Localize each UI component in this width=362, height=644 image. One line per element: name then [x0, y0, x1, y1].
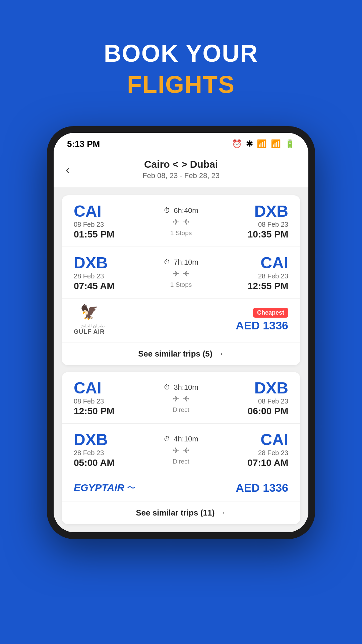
signal-icon: 📶 [271, 139, 281, 149]
see-similar-arrow-2: → [219, 508, 226, 517]
card-footer-2: EGYPTAIR 〜 AED 1336 [62, 475, 300, 501]
landing-icon-2: ✈ [182, 394, 190, 404]
origin-date-1: 08 Feb 23 [74, 221, 104, 228]
status-time: 5:13 PM [67, 139, 100, 149]
inbound-origin-date-2: 28 Feb 23 [74, 449, 104, 457]
inbound-duration-row-1: ⏱ 7h:10m [164, 258, 198, 267]
origin-code-2: CAI [74, 380, 102, 396]
price-1: AED 1336 [236, 319, 288, 332]
dest-info-2: DXB 08 Feb 23 06:00 PM [228, 380, 288, 417]
inbound-takeoff-icon-2: ✈ [172, 445, 180, 456]
bluetooth-icon: ✱ [246, 139, 253, 149]
inbound-dest-date-1: 28 Feb 23 [258, 272, 288, 280]
inbound-origin-code-1: DXB [74, 255, 108, 271]
dest-time-2: 06:00 PM [248, 406, 288, 417]
inbound-plane-icons-1: ✈ ✈ [172, 269, 190, 279]
inbound-landing-icon-1: ✈ [182, 269, 190, 279]
flight-middle-1: ⏱ 6h:40m ✈ ✈ 1 Stops [134, 206, 228, 237]
duration-2: 3h:10m [174, 383, 198, 392]
inbound-dest-time-1: 12:55 PM [248, 281, 288, 291]
inbound-origin-date-1: 28 Feb 23 [74, 272, 104, 280]
inbound-origin-time-2: 05:00 AM [74, 458, 115, 468]
inbound-dest-1: CAI 28 Feb 23 12:55 PM [228, 255, 288, 291]
alarm-icon: ⏰ [232, 139, 242, 149]
app-header: ‹ Cairo < > Dubai Feb 08, 23 - Feb 28, 2… [54, 153, 308, 187]
inbound-clock-icon-1: ⏱ [164, 258, 170, 266]
airline-name-1: GULF AIR [74, 328, 105, 335]
cheapest-badge: Cheapest [253, 308, 288, 318]
origin-time-1: 01:55 PM [74, 229, 114, 240]
status-icons: ⏰ ✱ 📶 📶 🔋 [232, 139, 295, 149]
airline-arabic: طيران الخليج [74, 323, 105, 328]
inbound-landing-icon-2: ✈ [182, 445, 190, 456]
takeoff-icon-2: ✈ [172, 394, 180, 404]
inbound-origin-1: DXB 28 Feb 23 07:45 AM [74, 255, 134, 291]
gulf-air-logo: 🦅 طيران الخليج GULF AIR [74, 305, 105, 335]
hero-title-line2: FLIGHTS [127, 70, 235, 99]
airline-name-wrap: طيران الخليج GULF AIR [74, 323, 105, 335]
battery-icon: 🔋 [285, 139, 295, 149]
inbound-middle-2: ⏱ 4h:10m ✈ ✈ Direct [134, 435, 228, 465]
outbound-segment-2: CAI 08 Feb 23 12:50 PM ⏱ 3h:10m ✈ ✈ [62, 372, 300, 423]
inbound-stops-2: Direct [173, 458, 189, 465]
origin-time-2: 12:50 PM [74, 406, 114, 417]
origin-code-1: CAI [74, 203, 102, 219]
inbound-plane-icons-2: ✈ ✈ [172, 445, 190, 456]
egyptair-wing-icon: 〜 [127, 482, 136, 494]
flight-card-egyptair[interactable]: CAI 08 Feb 23 12:50 PM ⏱ 3h:10m ✈ ✈ [62, 372, 300, 524]
inbound-duration-1: 7h:10m [174, 258, 198, 267]
phone-frame: 5:13 PM ⏰ ✱ 📶 📶 🔋 ‹ Cairo < > Dubai Feb … [47, 126, 315, 539]
inbound-duration-row-2: ⏱ 4h:10m [164, 435, 198, 443]
inbound-takeoff-icon-1: ✈ [172, 269, 180, 279]
wifi-icon: 📶 [257, 139, 267, 149]
see-similar-1[interactable]: See similar trips (5) → [62, 342, 300, 365]
inbound-origin-time-1: 07:45 AM [74, 281, 115, 291]
inbound-middle-1: ⏱ 7h:10m ✈ ✈ 1 Stops [134, 258, 228, 288]
see-similar-arrow-1: → [217, 350, 224, 358]
hero-section: BOOK YOUR FLIGHTS [0, 0, 362, 126]
status-bar: 5:13 PM ⏰ ✱ 📶 📶 🔋 [54, 133, 308, 153]
dest-date-2: 08 Feb 23 [258, 397, 288, 405]
outbound-segment-1: CAI 08 Feb 23 01:55 PM ⏱ 6h:40m ✈ ✈ [62, 195, 300, 247]
dest-date-1: 08 Feb 23 [258, 221, 288, 228]
clock-icon-1: ⏱ [164, 207, 170, 214]
inbound-clock-icon-2: ⏱ [164, 435, 170, 443]
price-section-1: Cheapest AED 1336 [236, 308, 288, 332]
flight-middle-2: ⏱ 3h:10m ✈ ✈ Direct [134, 383, 228, 414]
route-title: Cairo < > Dubai [74, 159, 288, 170]
inbound-dest-code-2: CAI [260, 432, 288, 448]
hero-title-line1: BOOK YOUR [104, 40, 258, 67]
flight-card-gulf-air[interactable]: CAI 08 Feb 23 01:55 PM ⏱ 6h:40m ✈ ✈ [62, 195, 300, 365]
plane-icons-1: ✈ ✈ [172, 217, 190, 227]
inbound-origin-code-2: DXB [74, 432, 108, 448]
landing-icon-1: ✈ [182, 217, 190, 227]
eagle-icon: 🦅 [80, 305, 99, 319]
inbound-duration-2: 4h:10m [174, 435, 198, 443]
egyptair-name: EGYPTAIR [74, 482, 124, 493]
inbound-segment-2: DXB 28 Feb 23 05:00 AM ⏱ 4h:10m ✈ ✈ [62, 423, 300, 475]
price-section-2: AED 1336 [236, 481, 288, 494]
dest-code-2: DXB [254, 380, 288, 396]
see-similar-label-2: See similar trips (11) [136, 508, 215, 518]
inbound-origin-2: DXB 28 Feb 23 05:00 AM [74, 432, 134, 468]
origin-info-1: CAI 08 Feb 23 01:55 PM [74, 203, 134, 240]
phone-mockup: 5:13 PM ⏰ ✱ 📶 📶 🔋 ‹ Cairo < > Dubai Feb … [47, 126, 315, 644]
see-similar-2[interactable]: See similar trips (11) → [62, 501, 300, 524]
dest-time-1: 10:35 PM [248, 229, 288, 240]
phone-screen: 5:13 PM ⏰ ✱ 📶 📶 🔋 ‹ Cairo < > Dubai Feb … [54, 133, 308, 532]
card-footer-1: 🦅 طيران الخليج GULF AIR Cheapest AED 133… [62, 298, 300, 342]
back-button[interactable]: ‹ [66, 163, 70, 177]
inbound-stops-1: 1 Stops [170, 281, 192, 288]
origin-info-2: CAI 08 Feb 23 12:50 PM [74, 380, 134, 417]
inbound-dest-date-2: 28 Feb 23 [258, 449, 288, 457]
price-2: AED 1336 [236, 481, 288, 494]
plane-icons-2: ✈ ✈ [172, 394, 190, 404]
dest-code-1: DXB [254, 203, 288, 219]
egyptair-logo: EGYPTAIR 〜 [74, 482, 136, 494]
stops-1: 1 Stops [170, 229, 192, 237]
content-area: CAI 08 Feb 23 01:55 PM ⏱ 6h:40m ✈ ✈ [54, 187, 308, 532]
stops-2: Direct [173, 406, 189, 414]
duration-row-1: ⏱ 6h:40m [164, 206, 198, 215]
takeoff-icon-1: ✈ [172, 217, 180, 227]
inbound-segment-1: DXB 28 Feb 23 07:45 AM ⏱ 7h:10m ✈ ✈ [62, 247, 300, 298]
